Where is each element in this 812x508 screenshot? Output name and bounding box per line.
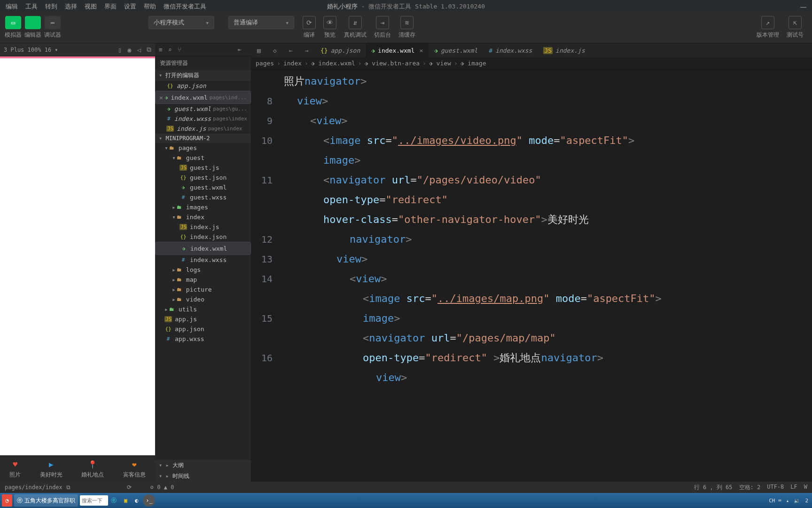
search-box[interactable]: 搜索一下: [80, 495, 108, 506]
tree-guest.json[interactable]: {}guest.json: [155, 173, 251, 183]
menu-微信开发者工具[interactable]: 微信开发者工具: [160, 3, 210, 10]
problems[interactable]: ⊘ 0 ▲ 0: [150, 484, 174, 491]
清缓存-button[interactable]: ≋清缓存: [398, 16, 415, 39]
git-icon[interactable]: ⑂: [178, 46, 181, 53]
terminal-icon[interactable]: ›_: [143, 494, 155, 507]
chrome-icon[interactable]: ◐: [132, 494, 141, 507]
files-icon[interactable]: ▣: [121, 494, 130, 507]
cursor-pos[interactable]: 行 6 , 列 65: [694, 484, 733, 492]
tree-app.js[interactable]: JSapp.js: [155, 314, 251, 324]
detach-icon[interactable]: ⧉: [147, 46, 151, 54]
tab-index.js[interactable]: JSindex.js: [538, 43, 590, 57]
crumb-index[interactable]: index: [283, 60, 302, 67]
模拟器-button[interactable]: ▭模拟器: [5, 16, 22, 39]
fwd-icon[interactable]: →: [299, 43, 315, 57]
clock[interactable]: 2: [805, 498, 808, 504]
tree-app.json[interactable]: {}app.json: [155, 324, 251, 334]
status-path[interactable]: pages/index/index: [5, 484, 62, 491]
mode-select[interactable]: 小程序模式▾: [148, 16, 214, 29]
volume-icon[interactable]: 🔉: [794, 498, 800, 504]
simnav-美好时光[interactable]: ▶美好时光: [40, 459, 62, 479]
simnav-婚礼地点[interactable]: 📍婚礼地点: [81, 459, 104, 479]
tab-app.json[interactable]: {}app.json: [315, 43, 366, 57]
tree-video[interactable]: ▸ 🖿video: [155, 294, 251, 304]
编译-button[interactable]: ⟳编译: [303, 16, 316, 39]
crumb-image[interactable]: ⬗ image: [461, 60, 486, 67]
tree-guest[interactable]: ▾ 🖿guest: [155, 153, 251, 163]
调试器-button[interactable]: ⋯调试器: [44, 16, 61, 39]
tab-index.wxss[interactable]: #index.wxss: [483, 43, 538, 57]
tree-index.wxss[interactable]: #index.wxss: [155, 255, 251, 265]
breadcrumb[interactable]: pages ›index ›⬗ index.wxml ›⬗ view.btn-a…: [251, 57, 812, 70]
group-大纲[interactable]: ▸ 大纲: [155, 460, 251, 471]
tab-guest.wxml[interactable]: ⬗guest.wxml: [429, 43, 483, 57]
编辑器-button[interactable]: 编辑器: [24, 16, 41, 39]
版本管理-button[interactable]: ↗版本管理: [757, 16, 779, 39]
tree-index.js[interactable]: JSindex.js: [155, 222, 251, 232]
ime-indicator[interactable]: CH ⌨: [769, 498, 781, 504]
edge-icon[interactable]: ⓔ: [108, 494, 119, 507]
menu-设置[interactable]: 设置: [120, 3, 140, 10]
copy-icon[interactable]: ⧉: [66, 484, 70, 491]
menu-工具[interactable]: 工具: [22, 3, 41, 10]
open-guest.wxml[interactable]: ⬗guest.wxmlpages\gu...: [155, 104, 251, 114]
split-icon[interactable]: ▤: [251, 43, 267, 57]
phone-icon[interactable]: ▯: [118, 46, 122, 54]
tree-map[interactable]: ▸ 🖿map: [155, 275, 251, 285]
menu-视图[interactable]: 视图: [81, 3, 101, 10]
menu-转到[interactable]: 转到: [41, 3, 61, 10]
collapse-icon[interactable]: ⇤: [238, 46, 242, 53]
open-index.wxml[interactable]: ×⬗index.wxmlpages\ind...: [155, 91, 251, 104]
测试号-button[interactable]: ⇱测试号: [787, 16, 804, 39]
tree-index.json[interactable]: {}index.json: [155, 232, 251, 242]
crumb-index.wxml[interactable]: ⬗ index.wxml: [311, 60, 355, 67]
menu-帮助[interactable]: 帮助: [140, 3, 160, 10]
menu-选择[interactable]: 选择: [61, 3, 81, 10]
tree-app.wxss[interactable]: #app.wxss: [155, 334, 251, 344]
tree-guest.wxml[interactable]: ⬗guest.wxml: [155, 183, 251, 192]
bookmark-icon[interactable]: ◇: [267, 43, 283, 57]
device-select[interactable]: 3 Plus 100% 16 ▾: [4, 47, 58, 53]
crumb-pages[interactable]: pages: [256, 60, 274, 67]
tab-index.wxml[interactable]: ⬗index.wxml×: [366, 43, 429, 57]
menu-界面[interactable]: 界面: [101, 3, 120, 10]
compile-select[interactable]: 普通编译▾: [228, 16, 294, 29]
minimize-icon[interactable]: —: [800, 4, 806, 9]
open-app.json[interactable]: {}app.json: [155, 81, 251, 91]
tree-pages[interactable]: ▾ 🖿pages: [155, 143, 251, 153]
tree-utils[interactable]: ▸ 🖿utils: [155, 304, 251, 314]
back-icon[interactable]: ←: [283, 43, 299, 57]
group-时间线[interactable]: ▸ 时间线: [155, 471, 251, 482]
ie-app[interactable]: ⓔ 五角大楼多高官辞职: [14, 494, 78, 507]
sync-icon[interactable]: ⟳: [127, 484, 132, 491]
tree-guest.wxss[interactable]: #guest.wxss: [155, 192, 251, 202]
预览-button[interactable]: 👁预览: [323, 16, 336, 39]
tree-logs[interactable]: ▸ 🖿logs: [155, 265, 251, 275]
真机调试-button[interactable]: ⇵真机调试: [344, 16, 367, 39]
open-index.wxss[interactable]: #index.wxsspages\index: [155, 114, 251, 124]
project-group[interactable]: MINIPROGRAM-2: [155, 134, 251, 143]
simulator-view[interactable]: [0, 56, 155, 455]
tree-images[interactable]: ▸ 🖿images: [155, 202, 251, 212]
simnav-宾客信息[interactable]: ❤宾客信息: [123, 459, 146, 479]
start-button[interactable]: ◔: [2, 494, 12, 507]
open-index.js[interactable]: JSindex.jspages\index: [155, 124, 251, 134]
eol[interactable]: LF: [790, 484, 797, 492]
menu-编辑[interactable]: 编辑: [2, 3, 22, 10]
crumb-view.btn-area[interactable]: ⬗ view.btn-area: [365, 60, 420, 67]
crumb-view[interactable]: ⬗ view: [429, 60, 451, 67]
code-editor[interactable]: 照片navigator>view><view><image src="../im…: [279, 70, 812, 482]
close-icon[interactable]: ×: [419, 47, 423, 54]
lang[interactable]: W: [804, 484, 807, 492]
indent[interactable]: 空格: 2: [739, 484, 761, 492]
tree-index[interactable]: ▾ 🖿index: [155, 212, 251, 222]
encoding[interactable]: UTF-8: [767, 484, 784, 492]
tree-picture[interactable]: ▸ 🖿picture: [155, 285, 251, 294]
search-icon[interactable]: ⌕: [168, 46, 172, 53]
tray-up-icon[interactable]: ▴: [786, 498, 789, 504]
tree-guest.js[interactable]: JSguest.js: [155, 163, 251, 173]
simnav-照片[interactable]: ♥照片: [9, 459, 21, 479]
open-editors-group[interactable]: 打开的编辑器: [155, 70, 251, 81]
tree-index.wxml[interactable]: ⬗index.wxml: [155, 242, 251, 255]
mute-icon[interactable]: ◁: [137, 46, 141, 54]
